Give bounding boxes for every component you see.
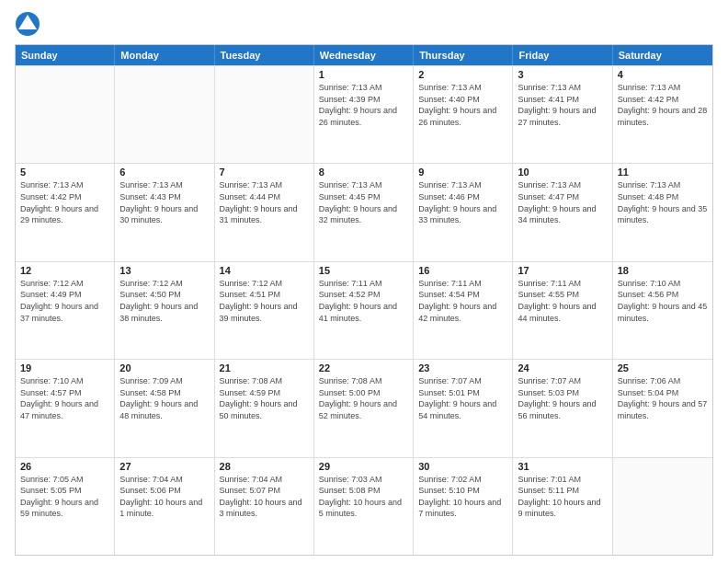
day-info: Sunrise: 7:11 AM Sunset: 4:54 PM Dayligh… [418, 278, 507, 324]
day-number: 6 [119, 167, 209, 178]
day-info: Sunrise: 7:08 AM Sunset: 4:59 PM Dayligh… [220, 375, 309, 421]
calendar-empty-cell [16, 66, 115, 163]
day-number: 15 [319, 265, 408, 276]
day-info: Sunrise: 7:13 AM Sunset: 4:46 PM Dayligh… [418, 179, 507, 225]
logo [15, 11, 44, 37]
day-info: Sunrise: 7:13 AM Sunset: 4:40 PM Dayligh… [418, 82, 507, 128]
calendar-day-cell: 3Sunrise: 7:13 AM Sunset: 4:41 PM Daylig… [513, 66, 612, 163]
calendar-header-cell: Thursday [414, 45, 513, 65]
day-info: Sunrise: 7:13 AM Sunset: 4:44 PM Dayligh… [220, 179, 309, 225]
calendar: SundayMondayTuesdayWednesdayThursdayFrid… [15, 44, 713, 556]
day-info: Sunrise: 7:11 AM Sunset: 4:55 PM Dayligh… [518, 278, 607, 324]
calendar-day-cell: 18Sunrise: 7:10 AM Sunset: 4:56 PM Dayli… [613, 262, 712, 359]
day-info: Sunrise: 7:13 AM Sunset: 4:41 PM Dayligh… [518, 82, 607, 128]
calendar-header-cell: Monday [115, 45, 214, 65]
day-number: 17 [518, 265, 607, 276]
day-number: 8 [319, 167, 408, 178]
day-number: 10 [518, 167, 607, 178]
day-number: 4 [618, 69, 708, 80]
day-info: Sunrise: 7:09 AM Sunset: 4:58 PM Dayligh… [119, 375, 209, 421]
day-info: Sunrise: 7:13 AM Sunset: 4:39 PM Dayligh… [319, 82, 408, 128]
calendar-day-cell: 31Sunrise: 7:01 AM Sunset: 5:11 PM Dayli… [513, 458, 612, 555]
calendar-day-cell: 25Sunrise: 7:06 AM Sunset: 5:04 PM Dayli… [613, 360, 712, 456]
calendar-day-cell: 22Sunrise: 7:08 AM Sunset: 5:00 PM Dayli… [314, 360, 414, 456]
day-number: 29 [319, 461, 408, 472]
day-info: Sunrise: 7:04 AM Sunset: 5:07 PM Dayligh… [220, 474, 309, 520]
calendar-header-cell: Sunday [16, 45, 115, 65]
day-info: Sunrise: 7:13 AM Sunset: 4:47 PM Dayligh… [518, 179, 607, 225]
day-info: Sunrise: 7:01 AM Sunset: 5:11 PM Dayligh… [518, 474, 607, 520]
day-number: 22 [319, 362, 408, 373]
calendar-header-cell: Wednesday [314, 45, 414, 65]
calendar-day-cell: 29Sunrise: 7:03 AM Sunset: 5:08 PM Dayli… [314, 458, 414, 555]
day-number: 23 [418, 362, 507, 373]
day-info: Sunrise: 7:02 AM Sunset: 5:10 PM Dayligh… [418, 474, 507, 520]
calendar-day-cell: 9Sunrise: 7:13 AM Sunset: 4:46 PM Daylig… [414, 164, 513, 260]
day-info: Sunrise: 7:10 AM Sunset: 4:57 PM Dayligh… [20, 375, 109, 421]
day-info: Sunrise: 7:04 AM Sunset: 5:06 PM Dayligh… [119, 474, 209, 520]
day-number: 18 [618, 265, 708, 276]
header [15, 11, 713, 37]
calendar-empty-cell [613, 458, 712, 555]
calendar-day-cell: 1Sunrise: 7:13 AM Sunset: 4:39 PM Daylig… [314, 66, 414, 163]
day-info: Sunrise: 7:10 AM Sunset: 4:56 PM Dayligh… [618, 278, 708, 324]
day-number: 24 [518, 362, 607, 373]
day-number: 13 [119, 265, 209, 276]
calendar-day-cell: 20Sunrise: 7:09 AM Sunset: 4:58 PM Dayli… [115, 360, 214, 456]
logo-icon [15, 11, 40, 37]
day-number: 28 [220, 461, 309, 472]
calendar-day-cell: 27Sunrise: 7:04 AM Sunset: 5:06 PM Dayli… [115, 458, 214, 555]
calendar-header-row: SundayMondayTuesdayWednesdayThursdayFrid… [16, 45, 712, 65]
day-number: 2 [418, 69, 507, 80]
day-number: 30 [418, 461, 507, 472]
day-info: Sunrise: 7:13 AM Sunset: 4:42 PM Dayligh… [618, 82, 708, 128]
calendar-body: 1Sunrise: 7:13 AM Sunset: 4:39 PM Daylig… [16, 65, 712, 555]
calendar-week-row: 19Sunrise: 7:10 AM Sunset: 4:57 PM Dayli… [16, 359, 712, 456]
calendar-day-cell: 24Sunrise: 7:07 AM Sunset: 5:03 PM Dayli… [513, 360, 612, 456]
calendar-day-cell: 23Sunrise: 7:07 AM Sunset: 5:01 PM Dayli… [414, 360, 513, 456]
day-number: 14 [220, 265, 309, 276]
day-info: Sunrise: 7:06 AM Sunset: 5:04 PM Dayligh… [618, 375, 708, 421]
page: SundayMondayTuesdayWednesdayThursdayFrid… [0, 0, 728, 563]
day-number: 11 [618, 167, 708, 178]
calendar-header-cell: Friday [513, 45, 612, 65]
day-number: 27 [119, 461, 209, 472]
calendar-day-cell: 4Sunrise: 7:13 AM Sunset: 4:42 PM Daylig… [613, 66, 712, 163]
calendar-week-row: 5Sunrise: 7:13 AM Sunset: 4:42 PM Daylig… [16, 163, 712, 260]
calendar-day-cell: 26Sunrise: 7:05 AM Sunset: 5:05 PM Dayli… [16, 458, 115, 555]
calendar-day-cell: 14Sunrise: 7:12 AM Sunset: 4:51 PM Dayli… [215, 262, 314, 359]
day-number: 20 [119, 362, 209, 373]
calendar-day-cell: 15Sunrise: 7:11 AM Sunset: 4:52 PM Dayli… [314, 262, 414, 359]
calendar-week-row: 26Sunrise: 7:05 AM Sunset: 5:05 PM Dayli… [16, 457, 712, 555]
day-number: 26 [20, 461, 109, 472]
day-number: 7 [220, 167, 309, 178]
calendar-day-cell: 30Sunrise: 7:02 AM Sunset: 5:10 PM Dayli… [414, 458, 513, 555]
day-number: 19 [20, 362, 109, 373]
day-info: Sunrise: 7:05 AM Sunset: 5:05 PM Dayligh… [20, 474, 109, 520]
day-info: Sunrise: 7:12 AM Sunset: 4:49 PM Dayligh… [20, 278, 109, 324]
calendar-header-cell: Saturday [613, 45, 712, 65]
day-number: 9 [418, 167, 507, 178]
day-info: Sunrise: 7:12 AM Sunset: 4:51 PM Dayligh… [220, 278, 309, 324]
calendar-day-cell: 2Sunrise: 7:13 AM Sunset: 4:40 PM Daylig… [414, 66, 513, 163]
day-info: Sunrise: 7:07 AM Sunset: 5:01 PM Dayligh… [418, 375, 507, 421]
calendar-day-cell: 16Sunrise: 7:11 AM Sunset: 4:54 PM Dayli… [414, 262, 513, 359]
day-number: 12 [20, 265, 109, 276]
day-number: 21 [220, 362, 309, 373]
day-number: 3 [518, 69, 607, 80]
day-number: 31 [518, 461, 607, 472]
calendar-day-cell: 13Sunrise: 7:12 AM Sunset: 4:50 PM Dayli… [115, 262, 214, 359]
calendar-week-row: 1Sunrise: 7:13 AM Sunset: 4:39 PM Daylig… [16, 65, 712, 163]
calendar-day-cell: 17Sunrise: 7:11 AM Sunset: 4:55 PM Dayli… [513, 262, 612, 359]
day-info: Sunrise: 7:07 AM Sunset: 5:03 PM Dayligh… [518, 375, 607, 421]
calendar-header-cell: Tuesday [215, 45, 314, 65]
day-info: Sunrise: 7:08 AM Sunset: 5:00 PM Dayligh… [319, 375, 408, 421]
day-number: 16 [418, 265, 507, 276]
calendar-day-cell: 12Sunrise: 7:12 AM Sunset: 4:49 PM Dayli… [16, 262, 115, 359]
day-info: Sunrise: 7:12 AM Sunset: 4:50 PM Dayligh… [119, 278, 209, 324]
calendar-empty-cell [115, 66, 214, 163]
calendar-week-row: 12Sunrise: 7:12 AM Sunset: 4:49 PM Dayli… [16, 261, 712, 359]
day-info: Sunrise: 7:03 AM Sunset: 5:08 PM Dayligh… [319, 474, 408, 520]
calendar-day-cell: 28Sunrise: 7:04 AM Sunset: 5:07 PM Dayli… [215, 458, 314, 555]
day-info: Sunrise: 7:13 AM Sunset: 4:43 PM Dayligh… [119, 179, 209, 225]
